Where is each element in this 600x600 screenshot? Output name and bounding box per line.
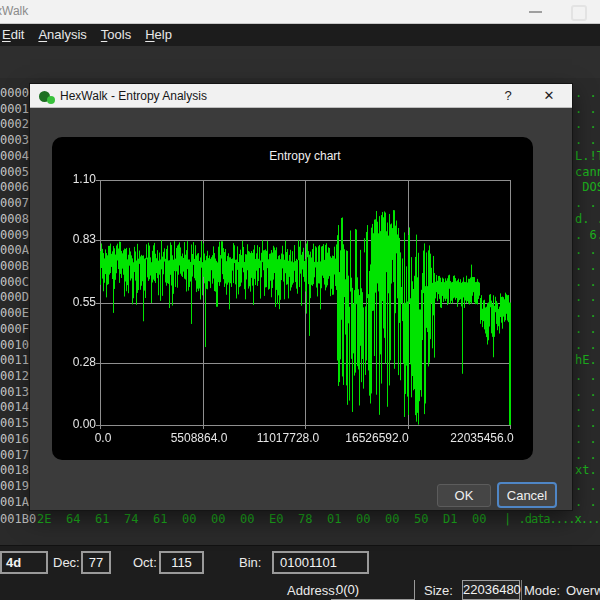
y-tick-label: 0.83 xyxy=(52,232,96,246)
hex-ascii-fragment: hE. . xyxy=(575,353,600,367)
hex-ascii-fragment: . . . . xyxy=(575,86,600,100)
window-title: xWalk xyxy=(0,4,28,18)
maximize-icon[interactable] xyxy=(571,5,587,21)
x-tick-label: 22035456.0 xyxy=(450,431,513,445)
x-tick-label: 5508864.0 xyxy=(171,431,228,445)
hex-ascii-fragment: d. . . xyxy=(575,212,600,226)
oct-value-box: 115 xyxy=(159,551,204,574)
close-icon[interactable]: ✕ xyxy=(540,88,558,103)
hex-address: 0008 xyxy=(0,212,29,226)
status-divider xyxy=(521,580,522,600)
hex-address: 0006 xyxy=(0,180,29,194)
hex-ascii-fragment: . . . . xyxy=(575,369,600,383)
menu-analysis[interactable]: Analysis xyxy=(31,24,93,46)
hex-address: 000C xyxy=(0,275,29,289)
hex-address: 000B xyxy=(0,259,29,273)
hexwalk-logo-icon-dot xyxy=(47,96,55,104)
hex-byte[interactable]: 00 xyxy=(356,512,385,526)
hex-ascii-fragment: . . . . xyxy=(575,322,600,336)
hex-byte[interactable]: 2E xyxy=(37,512,66,526)
hex-address: 0013 xyxy=(0,385,29,399)
hex-byte[interactable]: 00 xyxy=(240,512,269,526)
mode-value: Overw xyxy=(566,580,600,600)
hex-ascii-fragment: . . . . xyxy=(575,306,600,320)
hex-address: 0017 xyxy=(0,448,29,462)
cancel-button[interactable]: Cancel xyxy=(497,482,557,508)
hex-byte[interactable]: 61 xyxy=(153,512,182,526)
hex-ascii-fragment: L.!T xyxy=(575,149,600,163)
hex-address: 0005 xyxy=(0,165,29,179)
toolbar: ↶ ↷ 1001 xyxy=(0,46,600,79)
hex-address: 0018 xyxy=(0,463,29,477)
bin-value-box: 01001101 xyxy=(272,551,369,574)
hex-address: 0004 xyxy=(0,149,29,163)
hex-ascii-fragment: DOS xyxy=(575,180,600,194)
y-tick-label: 1.10 xyxy=(52,172,96,186)
hex-ascii-column: | .data....x...P.. xyxy=(504,512,600,526)
window-titlebar[interactable]: xWalk xyxy=(0,0,600,24)
hex-address: 0007 xyxy=(0,196,29,210)
y-tick-label: 0.00 xyxy=(52,417,96,431)
status-bar: 4d Dec: 77 Oct: 115 Bin: 01001101 Addres… xyxy=(0,545,600,600)
hex-address: 000D xyxy=(0,290,29,304)
hex-address: 0003 xyxy=(0,133,29,147)
hex-ascii-fragment: . . . . xyxy=(575,102,600,116)
minimize-icon[interactable] xyxy=(529,11,542,13)
hex-address: 0011 xyxy=(0,353,29,367)
hex-address: 000A xyxy=(0,243,29,257)
hex-byte[interactable]: 01 xyxy=(327,512,356,526)
ok-button[interactable]: OK xyxy=(437,484,491,507)
hex-address: 0014 xyxy=(0,400,29,414)
hex-byte[interactable]: 00 xyxy=(385,512,414,526)
hex-byte[interactable]: 64 xyxy=(66,512,95,526)
hex-ascii-fragment: cann xyxy=(575,165,600,179)
hex-address: 0016 xyxy=(0,432,29,446)
size-value: 22036480 xyxy=(462,580,520,600)
hexwalk-app: xWalk EditAnalysisToolsHelp ↶ ↷ 1001 001… xyxy=(0,0,600,600)
bin-label: Bin: xyxy=(239,551,261,574)
address-field[interactable]: 0(0) xyxy=(331,580,415,600)
hex-byte[interactable]: 00 xyxy=(472,512,501,526)
hex-address: 000E xyxy=(0,306,29,320)
hex-byte[interactable]: 50 xyxy=(414,512,443,526)
hex-byte[interactable]: D1 xyxy=(443,512,472,526)
hex-address: 000F xyxy=(0,322,29,336)
hex-bytes[interactable]: 2E64617461000000E07801000050D100 xyxy=(37,512,501,526)
dialog-titlebar[interactable]: HexWalk - Entropy Analysis ? ✕ xyxy=(30,84,572,108)
entropy-dialog: HexWalk - Entropy Analysis ? ✕ Entropy c… xyxy=(30,84,572,510)
hex-address: 0009 xyxy=(0,228,29,242)
hex-byte[interactable]: 74 xyxy=(124,512,153,526)
hex-ascii-fragment: . . . . xyxy=(575,448,600,462)
hex-byte[interactable]: 78 xyxy=(298,512,327,526)
size-label: Size: xyxy=(424,580,453,600)
hex-ascii-fragment: . . . . xyxy=(575,196,600,210)
hex-ascii-fragment: . . . . xyxy=(575,290,600,304)
hex-address: 0002 xyxy=(0,117,29,131)
hex-row-bottom[interactable]: 001B02E64617461000000E07801000050D100| .… xyxy=(0,512,600,528)
hex-address: 0015 xyxy=(0,416,29,430)
oct-label: Oct: xyxy=(133,551,157,574)
hex-ascii-fragment: . . . . xyxy=(575,243,600,257)
dec-label: Dec: xyxy=(53,551,80,574)
hex-address: 0012 xyxy=(0,369,29,383)
hex-ascii-fragment: . . . . xyxy=(575,416,600,430)
hex-byte[interactable]: 00 xyxy=(211,512,240,526)
menu-edit[interactable]: Edit xyxy=(0,24,31,46)
hex-byte[interactable]: 00 xyxy=(182,512,211,526)
menubar: EditAnalysisToolsHelp xyxy=(0,24,600,46)
hex-ascii-fragment: . . . . xyxy=(575,385,600,399)
hex-ascii-fragment: . . . . xyxy=(575,133,600,147)
hex-ascii-fragment: . . . . xyxy=(575,495,600,509)
hex-address: 0010 xyxy=(0,338,29,352)
hex-ascii-fragment: . . . . xyxy=(575,479,600,493)
menu-tools[interactable]: Tools xyxy=(94,24,138,46)
menu-help[interactable]: Help xyxy=(138,24,179,46)
hex-address: 001B0 xyxy=(0,512,36,526)
entropy-plot-canvas[interactable] xyxy=(52,137,533,460)
hex-ascii-fragment: . . . . xyxy=(575,117,600,131)
hex-value-box: 4d xyxy=(0,551,48,574)
hex-byte[interactable]: 61 xyxy=(95,512,124,526)
hex-byte[interactable]: E0 xyxy=(269,512,298,526)
dialog-title: HexWalk - Entropy Analysis xyxy=(60,89,207,103)
help-icon[interactable]: ? xyxy=(500,88,516,103)
